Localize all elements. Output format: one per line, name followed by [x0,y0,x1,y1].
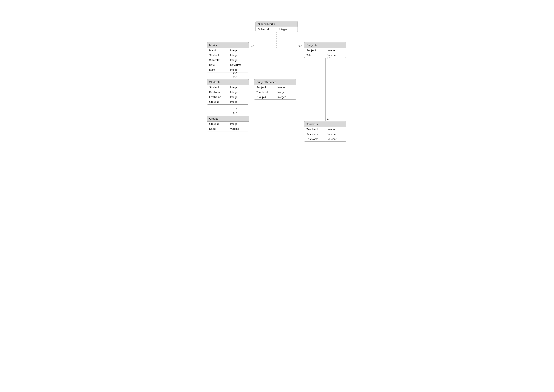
field-name: Date [207,63,228,67]
field-type: Integer [228,95,249,99]
entity-field-row: MarkInteger [207,67,249,72]
entity-field-row: TeacherIdInteger [304,127,346,132]
multiplicity-label: 1..* [233,108,237,111]
entity-subjects: Subjects SubjectIdInteger TitleVarchar [304,42,346,58]
field-name: MarkId [207,48,228,53]
entity-field-row: StudentIdInteger [207,53,249,58]
multiplicity-label: 0..* [250,44,254,47]
entity-field-row: TitleVarchar [304,53,346,58]
field-type: Integer [228,58,249,63]
entity-field-row: GroupIdInteger [254,95,296,99]
entity-field-row: StudentIdInteger [207,85,249,90]
field-name: SubjectId [304,48,325,53]
field-name: FirstName [207,90,228,95]
field-name: GroupId [254,95,275,99]
multiplicity-label: 1..* [327,117,330,120]
multiplicity-label: 0..* [298,44,302,47]
entity-field-row: NameVarchar [207,126,249,131]
entity-field-row: SubjectIdInteger [304,48,346,53]
field-type: Integer [325,127,346,132]
entity-field-row: GroupIdInteger [207,121,249,126]
field-name: GroupId [207,121,228,126]
field-name: Name [207,126,228,131]
entity-field-row: GroupIdInteger [207,99,249,104]
field-name: SubjectId [254,85,275,90]
multiplicity-label: 0..* [233,75,237,78]
field-name: SubjectId [256,27,277,32]
entity-title: SubjectTeacher [254,79,296,85]
entity-title: Groups [207,116,249,121]
field-name: StudentId [207,85,228,90]
field-type: Integer [228,85,249,90]
entity-field-row: FirstNameInteger [207,90,249,95]
field-type: Integer [277,27,298,32]
entity-title: SubjectMarks [256,21,298,27]
entity-students: Students StudentIdInteger FirstNameInteg… [207,79,249,105]
field-type: Integer [228,53,249,58]
multiplicity-label: 0..* [233,112,237,115]
field-name: StudentId [207,53,228,58]
entity-subjectteacher: SubjectTeacher SubjectIdInteger TeacherI… [254,79,296,100]
entity-groups: Groups GroupIdInteger NameVarchar [207,116,249,131]
field-type: Integer [275,85,296,90]
field-name: LastName [207,95,228,99]
field-name: FirstName [304,132,325,137]
field-type: DateTime [228,63,249,67]
field-type: Integer [228,67,249,72]
field-name: GroupId [207,99,228,104]
field-type: Integer [228,99,249,104]
field-type: Integer [325,48,346,53]
entity-teachers: Teachers TeacherIdInteger FirstNameVarch… [304,121,346,142]
entity-field-row: DateDateTime [207,63,249,67]
entity-field-row: LastNameVarchar [304,137,346,141]
multiplicity-label: 1..* [327,56,330,60]
diagram-canvas: SubjectMarks SubjectId Integer Marks Mar… [156,0,398,170]
entity-field-row: FirstNameVarchar [304,132,346,137]
field-name: Title [304,53,325,58]
field-type: Integer [275,95,296,99]
entity-subjectmarks: SubjectMarks SubjectId Integer [256,21,298,32]
field-type: Integer [228,90,249,95]
entity-marks: Marks MarkIdInteger StudentIdInteger Sub… [207,42,249,72]
field-type: Integer [275,90,296,95]
entity-field-row: LastNameInteger [207,95,249,99]
field-type: Integer [228,121,249,126]
entity-field-row: TeacherIdInteger [254,90,296,95]
entity-field-row: MarkIdInteger [207,48,249,53]
entity-field-row: SubjectIdInteger [207,58,249,63]
field-name: LastName [304,137,325,141]
field-type: Varchar [325,137,346,141]
field-name: TeacherId [304,127,325,132]
multiplicity-label: 0..* [233,71,237,74]
field-name: SubjectId [207,58,228,63]
field-type: Varchar [228,126,249,131]
field-name: TeacherId [254,90,275,95]
entity-title: Marks [207,42,249,48]
entity-field-row: SubjectIdInteger [254,85,296,90]
field-name: Mark [207,67,228,72]
entity-title: Subjects [304,42,346,48]
entity-field-row: SubjectId Integer [256,27,298,32]
entity-title: Students [207,79,249,85]
field-type: Varchar [325,132,346,137]
entity-title: Teachers [304,121,346,127]
field-type: Integer [228,48,249,53]
